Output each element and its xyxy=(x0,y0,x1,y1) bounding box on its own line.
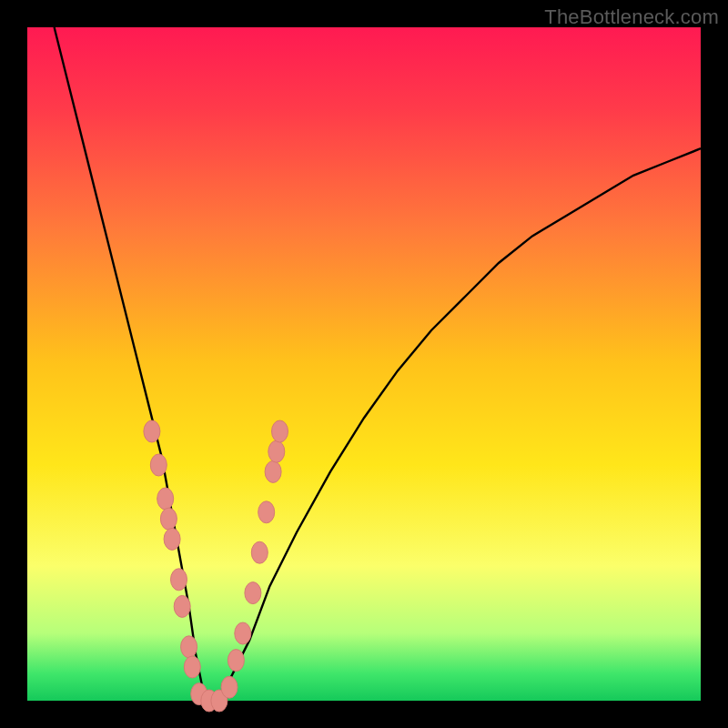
marker-point xyxy=(171,569,187,591)
highlighted-points xyxy=(144,420,288,712)
marker-point xyxy=(228,650,244,672)
marker-point xyxy=(150,454,167,476)
marker-point xyxy=(160,508,177,530)
marker-point xyxy=(164,528,180,550)
marker-point xyxy=(235,622,251,644)
marker-point xyxy=(174,595,190,617)
marker-point xyxy=(245,582,261,604)
marker-point xyxy=(251,541,268,563)
marker-point xyxy=(221,676,238,698)
marker-point xyxy=(272,420,288,442)
bottleneck-curve xyxy=(55,27,701,701)
marker-point xyxy=(258,501,275,523)
marker-point xyxy=(268,440,285,462)
marker-point xyxy=(181,636,197,658)
marker-point xyxy=(157,488,174,510)
chart-frame: TheBottleneck.com xyxy=(0,0,728,728)
plot-area xyxy=(27,27,701,701)
marker-point xyxy=(144,420,160,442)
chart-svg xyxy=(27,27,701,701)
watermark-text: TheBottleneck.com xyxy=(544,5,719,29)
marker-point xyxy=(265,460,281,482)
marker-point xyxy=(184,656,200,678)
